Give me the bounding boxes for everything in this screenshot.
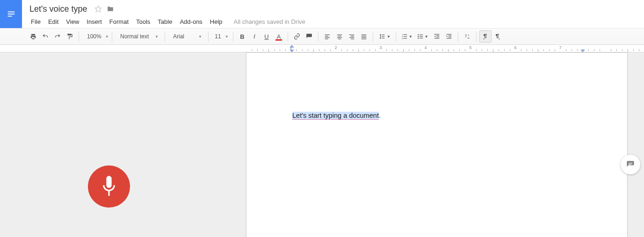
redo-button[interactable]	[51, 30, 64, 43]
underline-button[interactable]: U	[260, 30, 273, 43]
menu-bar: File Edit View Insert Format Tools Table…	[27, 15, 644, 28]
ltr-button[interactable]	[479, 30, 492, 43]
align-right-button[interactable]	[346, 30, 358, 43]
save-status: All changes saved in Drive	[226, 18, 305, 25]
indent-icon	[446, 33, 452, 40]
line-spacing-button[interactable]: ▼	[376, 30, 393, 43]
bold-button[interactable]: B	[236, 30, 248, 43]
menu-table[interactable]: Table	[154, 16, 176, 27]
svg-rect-21	[382, 36, 384, 36]
svg-text:3: 3	[402, 37, 403, 40]
svg-rect-50	[106, 176, 111, 188]
toolbar-separator	[318, 31, 318, 42]
bulleted-list-button[interactable]: ▼	[415, 30, 431, 43]
font-size-select[interactable]: 11▼	[211, 30, 230, 43]
svg-rect-43	[447, 38, 452, 39]
align-center-button[interactable]	[333, 30, 346, 43]
align-left-icon	[324, 33, 331, 40]
svg-rect-28	[404, 38, 407, 39]
document-page[interactable]: Let's start typing a document.	[246, 52, 628, 237]
menu-file[interactable]: File	[27, 16, 44, 27]
undo-button[interactable]	[39, 30, 51, 43]
menu-tools[interactable]: Tools	[132, 16, 154, 27]
ruler-scale: 1234567	[246, 45, 644, 52]
document-title-input[interactable]: Let's voice type	[27, 3, 90, 15]
star-icon[interactable]	[94, 5, 102, 13]
toolbar-separator	[373, 31, 373, 42]
title-row: Let's voice type	[27, 3, 644, 15]
menu-help[interactable]: Help	[206, 16, 226, 27]
svg-rect-35	[434, 34, 440, 35]
insert-link-button[interactable]	[291, 30, 303, 43]
trailing-text: .	[379, 112, 381, 119]
align-justify-button[interactable]	[358, 30, 370, 43]
add-comment-fab[interactable]	[621, 155, 640, 174]
toolbar-separator	[233, 31, 233, 42]
svg-rect-4	[325, 35, 330, 35]
clear-format-icon: Tx	[464, 33, 470, 40]
font-family-select[interactable]: Arial▼	[168, 30, 205, 43]
size-value: 11	[215, 33, 221, 40]
increase-indent-button[interactable]	[443, 30, 455, 43]
svg-rect-36	[436, 36, 439, 36]
svg-rect-15	[351, 39, 354, 39]
text-color-button[interactable]: A	[273, 30, 285, 43]
menu-addons[interactable]: Add-ons	[176, 16, 206, 27]
rtl-button[interactable]	[492, 30, 504, 43]
toolbar-separator	[476, 31, 477, 42]
clear-formatting-button[interactable]: Tx	[461, 30, 473, 43]
link-icon	[293, 33, 301, 40]
numbered-list-icon: 123	[401, 33, 408, 40]
print-button[interactable]	[27, 30, 39, 43]
menu-format[interactable]: Format	[106, 16, 132, 27]
menu-view[interactable]: View	[62, 16, 83, 27]
svg-text:T: T	[465, 34, 468, 38]
ruler-number: 2	[334, 45, 337, 50]
chevron-down-icon: ▼	[409, 35, 412, 39]
ruler-number: 4	[424, 45, 427, 50]
svg-rect-38	[434, 38, 440, 39]
menu-insert[interactable]: Insert	[83, 16, 106, 27]
svg-rect-13	[351, 36, 354, 36]
folder-icon[interactable]	[107, 6, 114, 12]
svg-marker-44	[447, 36, 448, 37]
svg-rect-8	[337, 35, 342, 35]
header-main: Let's voice type File Edit View Insert F…	[22, 0, 644, 28]
insert-comment-button[interactable]	[303, 30, 315, 43]
text-color-swatch	[275, 39, 282, 41]
italic-button[interactable]: I	[248, 30, 260, 43]
toolbar-separator	[288, 31, 288, 42]
toolbar-separator	[208, 31, 209, 42]
svg-rect-10	[337, 37, 342, 38]
paint-format-button[interactable]	[64, 30, 76, 43]
comment-icon	[306, 33, 312, 40]
svg-rect-11	[338, 39, 341, 39]
chevron-down-icon: ▼	[198, 35, 202, 39]
zoom-select[interactable]: 100%▼	[82, 30, 109, 43]
toolbar-separator	[112, 31, 112, 42]
svg-rect-7	[325, 39, 328, 39]
svg-rect-18	[362, 37, 367, 38]
paint-format-icon	[66, 33, 73, 40]
horizontal-ruler[interactable]: 1234567	[0, 45, 644, 52]
svg-point-30	[418, 36, 419, 37]
chevron-down-icon: ▼	[155, 35, 159, 39]
document-text-line[interactable]: Let's start typing a document.	[292, 112, 381, 119]
svg-rect-2	[7, 16, 12, 17]
microphone-icon	[101, 176, 117, 197]
svg-marker-49	[499, 39, 500, 40]
voice-typing-button[interactable]	[88, 165, 130, 208]
svg-rect-40	[447, 34, 452, 35]
svg-rect-26	[404, 34, 407, 35]
svg-rect-42	[449, 37, 451, 37]
line-spacing-icon	[378, 33, 386, 40]
menu-edit[interactable]: Edit	[44, 16, 62, 27]
ltr-icon	[482, 33, 489, 40]
svg-rect-27	[404, 36, 407, 36]
decrease-indent-button[interactable]	[431, 30, 443, 43]
docs-logo[interactable]	[0, 0, 22, 28]
chevron-down-icon: ▼	[387, 35, 391, 39]
numbered-list-button[interactable]: 123▼	[399, 30, 415, 43]
align-left-button[interactable]	[321, 30, 333, 43]
paragraph-style-select[interactable]: Normal text▼	[115, 30, 162, 43]
